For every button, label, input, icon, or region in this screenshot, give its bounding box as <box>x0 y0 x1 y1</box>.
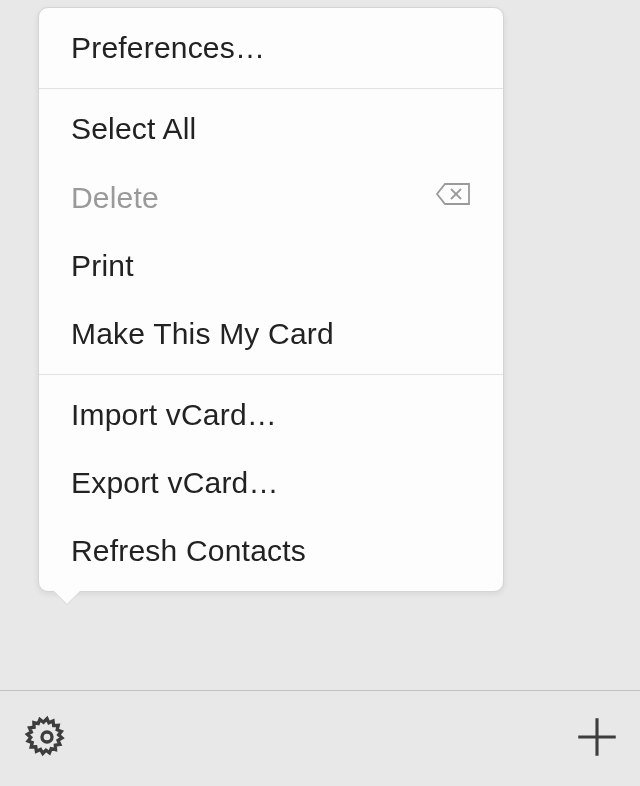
menu-item-delete: Delete <box>39 163 503 232</box>
svg-point-0 <box>42 732 52 742</box>
menu-item-refresh-contacts[interactable]: Refresh Contacts <box>39 517 503 585</box>
menu-item-label: Select All <box>71 112 196 146</box>
menu-item-print[interactable]: Print <box>39 232 503 300</box>
menu-item-preferences[interactable]: Preferences… <box>39 14 503 82</box>
menu-item-label: Delete <box>71 181 159 215</box>
delete-backspace-icon <box>435 180 473 215</box>
menu-divider <box>39 88 503 89</box>
plus-icon[interactable] <box>572 712 622 766</box>
menu-item-label: Import vCard… <box>71 398 277 432</box>
menu-item-select-all[interactable]: Select All <box>39 95 503 163</box>
menu-item-label: Make This My Card <box>71 317 334 351</box>
gear-icon[interactable] <box>22 712 72 766</box>
menu-item-export-vcard[interactable]: Export vCard… <box>39 449 503 517</box>
menu-item-import-vcard[interactable]: Import vCard… <box>39 381 503 449</box>
bottom-toolbar <box>0 690 640 786</box>
menu-divider <box>39 374 503 375</box>
menu-item-label: Refresh Contacts <box>71 534 306 568</box>
menu-item-label: Print <box>71 249 134 283</box>
menu-item-label: Preferences… <box>71 31 265 65</box>
popover-tail <box>53 590 81 604</box>
menu-item-label: Export vCard… <box>71 466 279 500</box>
menu-item-make-my-card[interactable]: Make This My Card <box>39 300 503 368</box>
settings-popover: Preferences… Select All Delete Print Mak… <box>38 7 504 592</box>
